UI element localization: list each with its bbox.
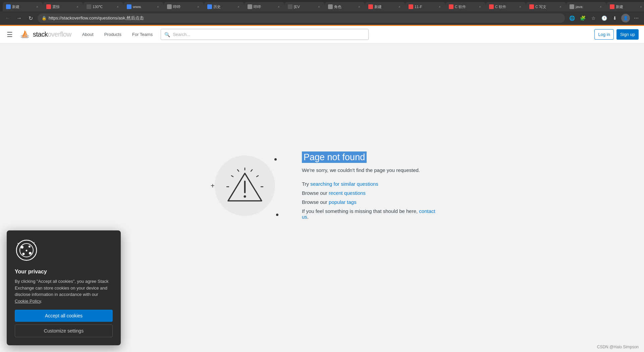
popular-link-row: Browse our popular tags [302,199,436,205]
menu-icon[interactable]: ⋯ [632,14,641,23]
cookie-banner: Your privacy By clicking "Accept all coo… [7,230,121,345]
login-button[interactable]: Log in [594,29,613,40]
deco-dot-bottom [276,214,278,216]
searching-link[interactable]: searching for similar questions [310,181,378,187]
download-icon[interactable]: ⬇ [610,14,619,23]
translate-icon[interactable]: 🌐 [568,14,576,23]
error-container: + [208,149,436,223]
error-subtitle: We're sorry, we couldn't find the page y… [302,167,436,173]
so-logo-text: stackoverflow [33,31,71,38]
browser-tab[interactable]: C 写文× [526,2,566,11]
svg-point-18 [26,250,28,252]
favorites-icon[interactable]: ☆ [589,14,598,23]
deco-plus-left: + [211,182,215,189]
browser-chrome: 新建× 震惊× 130℃× www.× 哔哔× 历史× 哔哔× [EV× 角色×… [0,0,644,25]
searching-link-row: Try searching for similar questions [302,181,436,187]
error-title: Page not found [302,151,367,163]
browser-tab[interactable]: C 软件× [486,2,526,11]
hamburger-menu[interactable]: ☰ [5,29,14,40]
cookie-title: Your privacy [15,269,113,275]
signup-button[interactable]: Sign up [616,29,639,40]
error-text: Page not found We're sorry, we couldn't … [302,152,436,220]
address-bar[interactable]: 🔒 https://stackoverflow.com/questions/as… [38,13,565,23]
reload-button[interactable]: ↻ [26,14,35,23]
browser-tab[interactable]: 震惊× [43,2,83,11]
browser-tab[interactable]: 11-F× [405,2,445,11]
profile-avatar[interactable]: 👤 [621,14,630,23]
contact-link-row: If you feel something is missing that sh… [302,208,436,220]
svg-line-4 [237,170,239,171]
site-nav: ☰ stackoverflow About Products For Teams… [0,25,644,43]
so-logo[interactable]: stackoverflow [19,29,71,40]
back-button[interactable]: ← [3,14,12,23]
browser-tab[interactable]: 角色× [325,2,365,11]
browser-tab[interactable]: 130℃× [83,2,123,11]
error-links: Try searching for similar questions Brow… [302,181,436,220]
svg-point-17 [29,252,32,255]
browser-tab[interactable]: 新建× [3,2,43,11]
svg-point-19 [17,243,19,244]
so-logo-icon [19,29,30,40]
browser-tab[interactable]: www.× [123,2,164,11]
svg-point-15 [29,246,31,248]
browser-tab[interactable]: 新建× [606,2,644,11]
svg-point-16 [22,253,25,255]
browser-tab[interactable]: 新建× [365,2,405,11]
lock-icon: 🔒 [42,16,47,20]
search-input[interactable] [173,32,365,37]
customize-settings-button[interactable]: Customize settings [15,324,113,337]
cookie-policy-link[interactable]: Cookie Policy [15,299,41,304]
recent-link-row: Browse our recent questions [302,190,436,196]
svg-line-6 [231,176,233,177]
error-illustration: + [208,149,282,223]
nav-link-products[interactable]: Products [102,31,124,38]
extension-icon[interactable]: 🧩 [578,14,587,23]
cookie-icon [15,238,38,262]
browser-tab[interactable]: java:× [566,2,606,11]
svg-point-20 [34,242,35,243]
browser-tab[interactable]: 哔哔× [244,2,284,11]
svg-point-11 [244,195,246,198]
browser-tab[interactable]: 历史× [204,2,244,11]
forward-button[interactable]: → [15,14,23,23]
svg-line-5 [257,176,258,177]
search-box[interactable]: 🔍 [161,29,369,40]
warning-triangle-svg [225,167,265,204]
browser-tab[interactable]: [EV× [284,2,325,11]
popular-tags-link[interactable]: popular tags [329,199,357,205]
nav-link-for-teams[interactable]: For Teams [129,31,155,38]
browser-toolbar: ← → ↻ 🔒 https://stackoverflow.com/questi… [0,11,644,25]
accept-cookies-button[interactable]: Accept all cookies [15,310,113,322]
logo-overflow: overflow [48,31,71,38]
nav-link-about[interactable]: About [79,31,96,38]
browser-tab-bar: 新建× 震惊× 130℃× www.× 哔哔× 历史× 哔哔× [EV× 角色×… [0,0,644,11]
watermark: CSDN @Halo Simpson [597,345,639,349]
browser-tab[interactable]: 哔哔× [164,2,204,11]
url-display: https://stackoverflow.com/questions/ask,… [49,15,561,21]
toolbar-right: 🌐 🧩 ☆ 🕐 ⬇ 👤 ⋯ [568,14,641,23]
recent-questions-link[interactable]: recent questions [329,190,366,196]
cookie-description: By clicking "Accept all cookies", you ag… [15,278,113,304]
search-icon: 🔍 [164,32,170,37]
logo-stack: stack [33,31,48,38]
history-icon[interactable]: 🕐 [600,14,608,23]
svg-line-3 [251,170,252,171]
browser-tab[interactable]: C 软件× [445,2,486,11]
svg-point-14 [21,246,23,249]
error-circle [215,156,275,216]
nav-actions: Log in Sign up [594,29,639,40]
deco-dot-top [274,158,277,161]
